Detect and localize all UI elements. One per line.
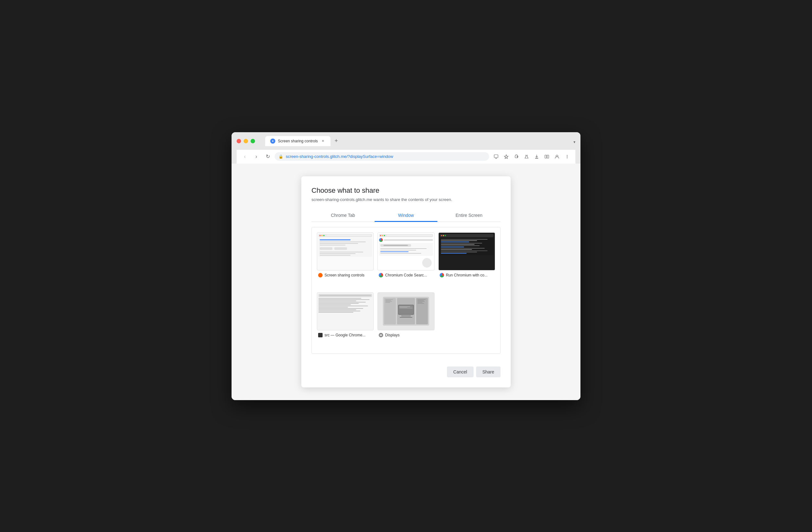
dialog-footer: Cancel Share	[311, 361, 501, 377]
dialog-title: Choose what to share	[311, 187, 501, 195]
window-favicon-5	[379, 333, 383, 337]
window-item-4[interactable]: src — Google Chrome...	[317, 292, 374, 349]
title-bar: Screen sharing controls ✕ + ▾ ‹ › ↻ 🔒 sc…	[232, 132, 580, 164]
toolbar-right	[492, 152, 571, 161]
window-label-2: Chromium Code Searc...	[377, 273, 434, 279]
window-controls	[237, 139, 255, 143]
window-favicon-3	[440, 273, 444, 277]
share-dialog: Choose what to share screen-sharing-cont…	[301, 176, 511, 387]
profile-icon[interactable]	[553, 152, 562, 161]
window-name-1: Screen sharing controls	[324, 273, 364, 277]
window-name-5: Displays	[385, 333, 399, 337]
tab-favicon	[270, 138, 275, 144]
page-content: Choose what to share screen-sharing-cont…	[232, 164, 580, 400]
address-bar: ‹ › ↻ 🔒 screen-sharing-controls.glitch.m…	[237, 149, 575, 164]
tab-window[interactable]: Window	[375, 210, 438, 222]
svg-point-1	[272, 141, 273, 142]
svg-marker-3	[504, 155, 508, 159]
back-button[interactable]: ‹	[241, 152, 249, 161]
windows-grid: Screen sharing controls	[311, 227, 501, 354]
svg-point-10	[567, 155, 567, 156]
cancel-button[interactable]: Cancel	[447, 367, 474, 377]
tab-bar: Screen sharing controls ✕ + ▾	[265, 136, 575, 146]
maximize-button[interactable]	[250, 139, 255, 143]
window-thumbnail-5	[377, 292, 434, 330]
svg-point-12	[567, 157, 567, 158]
window-thumbnail-2	[377, 232, 434, 270]
split-icon[interactable]	[542, 152, 551, 161]
window-name-4: src — Google Chrome...	[324, 333, 365, 337]
svg-rect-2	[494, 155, 498, 158]
address-text: screen-sharing-controls.glitch.me/?displ…	[286, 154, 485, 159]
share-tabs: Chrome Tab Window Entire Screen	[311, 210, 501, 222]
window-label-3: Run Chromium with co...	[438, 273, 495, 279]
window-item-3[interactable]: Run Chromium with co...	[438, 232, 495, 289]
lab-icon[interactable]	[522, 152, 531, 161]
browser-window: Screen sharing controls ✕ + ▾ ‹ › ↻ 🔒 sc…	[232, 132, 580, 400]
share-button[interactable]: Share	[476, 367, 501, 377]
close-button[interactable]	[237, 139, 241, 143]
star-icon[interactable]	[502, 152, 511, 161]
tab-close-button[interactable]: ✕	[320, 138, 325, 144]
window-item-2[interactable]: Chromium Code Searc...	[377, 232, 434, 289]
menu-icon[interactable]	[563, 152, 571, 161]
window-thumbnail-3	[438, 232, 495, 270]
forward-button[interactable]: ›	[252, 152, 261, 161]
window-thumbnail-4	[317, 292, 374, 330]
download-icon[interactable]	[532, 152, 541, 161]
window-name-2: Chromium Code Searc...	[385, 273, 427, 277]
window-favicon-2	[379, 273, 383, 277]
extension-icon[interactable]	[512, 152, 521, 161]
dialog-subtitle: screen-sharing-controls.glitch.me wants …	[311, 197, 501, 202]
window-item-1[interactable]: Screen sharing controls	[317, 232, 374, 289]
tab-chrome-tab[interactable]: Chrome Tab	[311, 210, 375, 222]
share-icon[interactable]	[492, 152, 501, 161]
window-thumbnail-1	[317, 232, 374, 270]
tab-title: Screen sharing controls	[278, 139, 318, 143]
window-favicon-1	[318, 273, 322, 277]
reload-button[interactable]: ↻	[263, 152, 272, 161]
window-name-3: Run Chromium with co...	[446, 273, 488, 277]
active-tab[interactable]: Screen sharing controls ✕	[265, 136, 331, 146]
address-field[interactable]: 🔒 screen-sharing-controls.glitch.me/?dis…	[275, 152, 489, 161]
svg-point-11	[567, 156, 567, 157]
window-favicon-4	[318, 333, 322, 337]
tab-entire-screen[interactable]: Entire Screen	[437, 210, 501, 222]
new-tab-button[interactable]: +	[332, 137, 340, 146]
window-label-4: src — Google Chrome...	[317, 333, 374, 339]
svg-rect-7	[545, 155, 547, 158]
tab-overflow-button[interactable]: ▾	[574, 140, 575, 146]
window-label-1: Screen sharing controls	[317, 273, 374, 279]
minimize-button[interactable]	[244, 139, 248, 143]
lock-icon: 🔒	[278, 154, 283, 159]
window-item-5[interactable]: Displays	[377, 292, 434, 349]
svg-rect-8	[547, 155, 549, 158]
svg-rect-6	[535, 158, 538, 159]
window-label-5: Displays	[377, 333, 434, 339]
